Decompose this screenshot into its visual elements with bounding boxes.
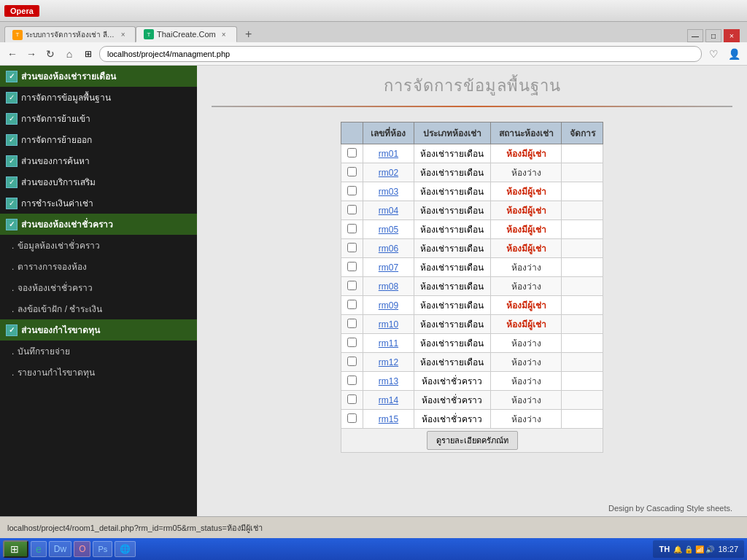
opera-button[interactable]: Opera — [4, 5, 39, 17]
row-checkbox-rm02[interactable] — [347, 167, 357, 176]
room-link-rm12[interactable]: rm12 — [379, 357, 398, 368]
sidebar-item-manage-checkout[interactable]: ✓การจัดการย้ายออก — [0, 129, 197, 150]
forward-button[interactable]: → — [23, 46, 39, 62]
section-icon: ✓ — [6, 71, 18, 82]
sidebar-section-monthly-rental: ✓ส่วนของห้องเช่ารายเดือน — [0, 66, 197, 87]
taskbar-btn-opera[interactable]: O — [74, 541, 90, 557]
home-button[interactable]: ⌂ — [61, 46, 77, 62]
table-row: rm01ห้องเช่ารายเดือนห้องมีผู้เช่า — [341, 144, 603, 163]
room-action-cell-3 — [562, 201, 603, 220]
tab-favicon-1: T — [12, 30, 23, 40]
back-button[interactable]: ← — [4, 46, 20, 62]
sidebar-item-manage-checkin[interactable]: ✓การจัดการย้ายเข้า — [0, 108, 197, 129]
room-id-cell-7: rm08 — [363, 277, 414, 296]
sidebar-item-extra-service[interactable]: ✓ส่วนของบริการเสริม — [0, 171, 197, 192]
room-link-rm02[interactable]: rm02 — [379, 168, 398, 178]
room-status-cell-14: ห้องว่าง — [491, 410, 562, 429]
room-type-cell-1: ห้องเช่ารายเดือน — [414, 163, 490, 182]
sidebar-item-manage-basic[interactable]: ✓การจัดการข้อมูลพื้นฐาน — [0, 87, 197, 108]
room-status-cell-8: ห้องมีผู้เช่า — [491, 296, 562, 315]
taskbar: ⊞ e Dw O Ps 🌐 TH 🔔 🔒 📶 🔊 18:27 — [0, 538, 747, 560]
room-link-rm14[interactable]: rm14 — [379, 395, 398, 405]
room-link-rm04[interactable]: rm04 — [379, 206, 398, 216]
room-action-cell-14 — [562, 410, 603, 429]
tab-room-management[interactable]: T ระบบการจัดการห้องเช่า ลีพิน... × — [4, 26, 136, 42]
sidebar-item-short-info[interactable]: ข้อมูลห้องเช่าชั่วคราว — [0, 235, 197, 256]
sidebar-item-short-booking[interactable]: จองห้องเช่าชั่วคราว — [0, 277, 197, 298]
room-type-cell-11: ห้องเช่ารายเดือน — [414, 353, 490, 372]
room-type-cell-6: ห้องเช่ารายเดือน — [414, 258, 490, 277]
row-checkbox-rm10[interactable] — [347, 319, 357, 328]
room-action-cell-4 — [562, 220, 603, 239]
address-bar[interactable] — [99, 46, 702, 62]
row-checkbox-rm03[interactable] — [347, 186, 357, 195]
room-link-rm15[interactable]: rm15 — [379, 414, 398, 424]
section-icon: ✓ — [6, 324, 18, 336]
row-checkbox-rm13[interactable] — [347, 376, 357, 385]
row-checkbox-cell-9 — [341, 315, 363, 334]
start-button[interactable]: ⊞ — [3, 540, 28, 558]
taskbar-btn-dw[interactable]: Dw — [49, 541, 71, 557]
new-tab-button[interactable]: + — [240, 26, 258, 42]
sidebar-item-rent-payment[interactable]: ✓การชำระเงินค่าเช่า — [0, 192, 197, 214]
room-action-cell-8 — [562, 296, 603, 315]
sidebar: ✓ส่วนของห้องเช่ารายเดือน✓การจัดการข้อมูล… — [0, 66, 197, 516]
row-checkbox-rm08[interactable] — [347, 281, 357, 290]
room-link-rm13[interactable]: rm13 — [379, 376, 398, 386]
minimize-button[interactable]: — — [687, 29, 703, 42]
room-link-rm11[interactable]: rm11 — [379, 338, 398, 349]
refresh-button[interactable]: ↻ — [42, 46, 58, 62]
row-checkbox-rm07[interactable] — [347, 262, 357, 271]
room-action-cell-2 — [562, 182, 603, 201]
maximize-button[interactable]: □ — [705, 29, 721, 42]
row-checkbox-rm11[interactable] — [347, 338, 357, 347]
detail-button[interactable]: ดูรายละเอียดครัภณ์ท — [427, 431, 518, 450]
tray-icons: 🔔 🔒 📶 🔊 — [673, 545, 714, 553]
room-id-cell-10: rm11 — [363, 334, 414, 353]
row-checkbox-cell-1 — [341, 163, 363, 182]
sidebar-item-room-schedule[interactable]: ตารางการจองห้อง — [0, 256, 197, 277]
room-type-cell-4: ห้องเช่ารายเดือน — [414, 220, 490, 239]
room-link-rm10[interactable]: rm10 — [379, 319, 398, 330]
divider — [212, 106, 732, 107]
tab-thaicreate[interactable]: T ThaiCreate.Com × — [136, 26, 237, 42]
room-id-cell-3: rm04 — [363, 201, 414, 220]
bookmark-button[interactable]: ♡ — [705, 46, 722, 62]
sidebar-item-profit-report[interactable]: รายงานกำไรขาดทุน — [0, 362, 197, 383]
room-action-cell-10 — [562, 334, 603, 353]
room-link-rm05[interactable]: rm05 — [379, 225, 398, 235]
room-link-rm08[interactable]: rm08 — [379, 281, 398, 292]
grid-icon[interactable]: ⊞ — [80, 46, 96, 62]
room-link-rm03[interactable]: rm03 — [379, 187, 398, 197]
row-checkbox-cell-12 — [341, 372, 363, 391]
taskbar-btn-ps[interactable]: Ps — [93, 541, 112, 557]
section-icon: ✓ — [6, 219, 18, 230]
tab-close-1[interactable]: × — [118, 30, 128, 40]
row-checkbox-rm14[interactable] — [347, 394, 357, 404]
tab-close-2[interactable]: × — [219, 29, 229, 39]
sidebar-item-record-income[interactable]: บันทึกรายจ่าย — [0, 341, 197, 362]
row-checkbox-rm05[interactable] — [347, 224, 357, 233]
room-link-rm06[interactable]: rm06 — [379, 244, 398, 254]
row-checkbox-rm12[interactable] — [347, 357, 357, 366]
close-button[interactable]: × — [724, 29, 740, 42]
row-checkbox-rm15[interactable] — [347, 413, 357, 423]
lang-indicator: TH — [659, 545, 670, 553]
row-checkbox-rm09[interactable] — [347, 300, 357, 309]
row-checkbox-rm04[interactable] — [347, 205, 357, 214]
sidebar-item-search-section[interactable]: ✓ส่วนของการค้นหา — [0, 150, 197, 171]
room-id-cell-13: rm14 — [363, 391, 414, 410]
taskbar-btn-ie[interactable]: e — [31, 541, 47, 557]
room-link-rm01[interactable]: rm01 — [379, 149, 398, 159]
sidebar-item-checkin-payment[interactable]: ลงข้อเข้าฝัก / ชำระเงิน — [0, 298, 197, 319]
room-type-cell-7: ห้องเช่ารายเดือน — [414, 277, 490, 296]
account-button[interactable]: 👤 — [725, 46, 743, 62]
room-action-cell-0 — [562, 144, 603, 163]
room-type-cell-5: ห้องเช่ารายเดือน — [414, 239, 490, 258]
row-checkbox-rm01[interactable] — [347, 148, 357, 158]
row-checkbox-rm06[interactable] — [347, 243, 357, 252]
room-link-rm07[interactable]: rm07 — [379, 262, 398, 273]
room-action-cell-11 — [562, 353, 603, 372]
taskbar-btn-chrome[interactable]: 🌐 — [115, 541, 136, 557]
room-link-rm09[interactable]: rm09 — [379, 300, 398, 311]
